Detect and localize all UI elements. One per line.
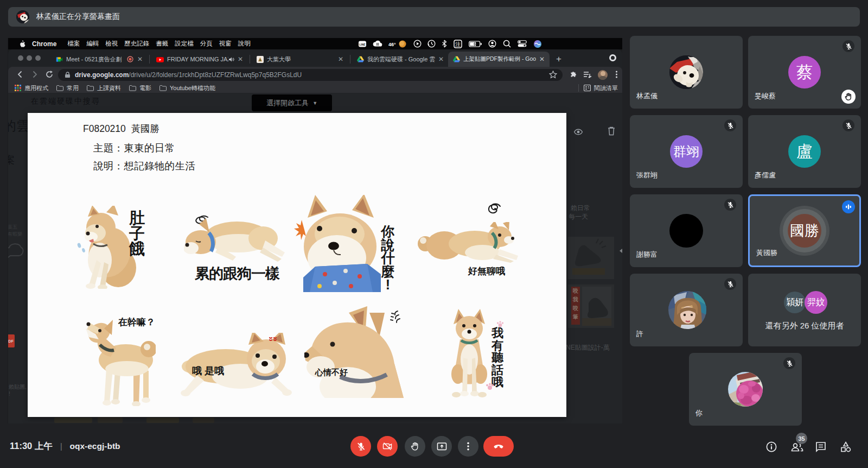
svg-text:LINE: LINE	[359, 42, 366, 46]
svg-text:46°: 46°	[388, 41, 396, 47]
svg-text:注: 注	[455, 41, 461, 47]
